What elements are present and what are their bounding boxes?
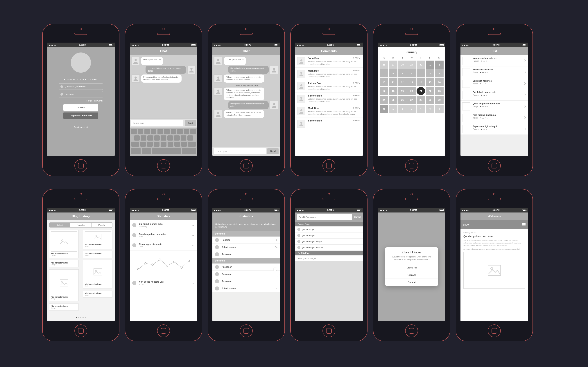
calendar-day[interactable]: 2: [435, 60, 444, 69]
comment-row[interactable]: John Doe5:20 PMEst enim tam dissimilit h…: [295, 55, 363, 67]
stats-row[interactable]: Piso magna dissensioVisits: [130, 240, 197, 250]
list-item[interactable]: Experiamur igitur inquiFashion ★★★★★: [460, 123, 528, 135]
blog-tile[interactable]: Nisi honeste vivaturDesign: [83, 291, 112, 298]
facebook-login-button[interactable]: Login With Facebook: [63, 112, 98, 119]
keyboard[interactable]: [130, 127, 197, 156]
comment-row[interactable]: Simone Doe5:35 PMEst enim tam dissimilit…: [295, 92, 363, 105]
send-button[interactable]: Send: [185, 120, 196, 126]
chat-input[interactable]: Lorem ipsu: [131, 120, 183, 126]
list[interactable]: Non posse honeste viviFashion ★★★★★Nisi …: [460, 55, 528, 156]
calendar-day[interactable]: 29: [407, 60, 416, 69]
calendar-day[interactable]: 17: [380, 87, 388, 95]
chat-body[interactable]: Lorem ipsum dolor sitMonday, 5:56 PMHoc …: [212, 55, 280, 147]
blog-tile[interactable]: Nisi honeste vivaturDesign: [83, 230, 112, 249]
settings-row[interactable]: Honeste: [212, 236, 280, 244]
calendar-day[interactable]: 19: [398, 87, 407, 95]
calendar-day[interactable]: 10: [380, 78, 388, 86]
calendar-day[interactable]: 8: [426, 69, 434, 77]
list-item[interactable]: Quod cognitum non habetDesign ★★★★★: [460, 100, 528, 112]
blog-tile[interactable]: Nisi honeste vivaturDesign: [49, 260, 79, 267]
search-suggestion[interactable]: graphic burger design: [295, 239, 363, 245]
comment-row[interactable]: Mark Doe5:30 PMEst enim tam dissimilit h…: [295, 105, 363, 117]
calendar-day[interactable]: 5: [398, 69, 407, 77]
calendar-day[interactable]: 4: [416, 105, 425, 113]
list-item[interactable]: Nisi honeste vivaturDesign ★★★★★: [460, 67, 528, 78]
settings-row[interactable]: Possenon: [212, 271, 280, 278]
cancel-button[interactable]: Cancel: [385, 279, 438, 286]
calendar-day[interactable]: 18: [389, 87, 397, 95]
send-button[interactable]: Send: [267, 148, 278, 154]
calendar-day[interactable]: 27: [407, 96, 416, 104]
calendar-day[interactable]: 16: [435, 78, 444, 86]
create-account-link[interactable]: Create Account: [74, 126, 88, 128]
search-suggestion[interactable]: graphicburger: [295, 226, 363, 233]
calendar-day[interactable]: 11: [389, 78, 397, 86]
calendar-day[interactable]: 25: [389, 96, 397, 104]
calendar-day[interactable]: 26: [398, 96, 407, 104]
pager[interactable]: [47, 317, 115, 318]
email-field[interactable]: youremail@mail.com: [59, 83, 103, 90]
settings-row[interactable]: Tubuli nomenOn: [212, 244, 280, 251]
login-button[interactable]: LOGIN: [63, 104, 98, 111]
list-item[interactable]: Non posse honeste viviFashion ★★★★★: [460, 55, 528, 67]
calendar-day[interactable]: 24: [380, 96, 388, 104]
calendar-day[interactable]: 28: [398, 60, 407, 69]
calendar-day[interactable]: 4: [389, 69, 397, 77]
close-all-button[interactable]: Close All: [385, 264, 438, 271]
calendar-day[interactable]: 31: [380, 105, 388, 113]
calendar-day[interactable]: 22: [426, 87, 434, 95]
blog-tile[interactable]: Nisi honeste vivaturDesign: [83, 251, 112, 258]
calendar-day[interactable]: 6: [407, 69, 416, 77]
tab-popular[interactable]: Popular: [91, 223, 112, 227]
keep-all-button[interactable]: Keep All: [385, 271, 438, 279]
calendar-day[interactable]: 3: [380, 69, 388, 77]
cancel-button[interactable]: Cancel: [354, 214, 361, 220]
stats-row[interactable]: Non posse honeste vivi Access: [130, 278, 197, 288]
calendar-day[interactable]: 30: [416, 60, 425, 69]
calendar-day[interactable]: 20: [407, 87, 416, 95]
calendar-day[interactable]: 1: [389, 105, 397, 113]
blog-tile[interactable]: Nisi honeste vivaturDesign: [49, 303, 79, 310]
forgot-password-link[interactable]: Forgot Password?: [59, 100, 103, 102]
comment-row[interactable]: Patrick Doe5:29 PMEst enim tam dissimili…: [295, 80, 363, 92]
tab-latest[interactable]: Latest: [49, 223, 70, 227]
settings-row[interactable]: Possenon: [212, 251, 280, 258]
calendar-day[interactable]: 30: [435, 96, 444, 104]
calendar-day[interactable]: 9: [435, 69, 444, 77]
settings-row[interactable]: Possenon: [212, 264, 280, 271]
comment-row[interactable]: Mark Doe5:24 PMEst enim tam dissimilit h…: [295, 67, 363, 80]
chat-input[interactable]: Lorem ipsu: [214, 148, 266, 154]
calendar-day[interactable]: 23: [435, 87, 444, 95]
stats-row[interactable]: Quod cognitum non habetTraffic: [130, 230, 197, 240]
calendar-grid[interactable]: 2627282930123456789101112131415161718192…: [380, 60, 444, 113]
calendar-day[interactable]: 14: [416, 78, 425, 86]
password-field[interactable]: password: [59, 91, 103, 97]
calendar-day[interactable]: 2: [398, 105, 407, 113]
calendar-day[interactable]: 5: [426, 105, 434, 113]
tab-favorites[interactable]: Favorites: [70, 223, 91, 227]
comments-list[interactable]: John Doe5:20 PMEst enim tam dissimilit h…: [295, 55, 363, 156]
calendar-day[interactable]: 21: [416, 87, 425, 95]
calendar-day[interactable]: 13: [407, 78, 416, 86]
calendar-day[interactable]: 28: [416, 96, 425, 104]
blog-tile[interactable]: Nisi honeste vivaturDesign: [49, 230, 79, 258]
search-suggestion[interactable]: graphic burger mockup: [295, 245, 363, 251]
list-item[interactable]: Sed quot hominesInterior ★★★★★: [460, 78, 528, 89]
find-on-page[interactable]: Find "graphic burger": [295, 255, 363, 261]
calendar-day[interactable]: 26: [380, 60, 388, 69]
calendar-day[interactable]: 7: [416, 69, 425, 77]
calendar-day[interactable]: 15: [426, 78, 434, 86]
comment-row[interactable]: Simone Doe5:35 PM: [295, 117, 363, 130]
list-item[interactable]: Cui Tubuli nomen odioFashion ★★★★★: [460, 89, 528, 100]
calendar-day[interactable]: 29: [426, 96, 434, 104]
calendar-day[interactable]: 6: [435, 105, 444, 113]
menu-icon[interactable]: [522, 223, 526, 226]
chat-body[interactable]: Lorem ipsum dolor sitMonday, 5:56 PMHoc …: [130, 55, 197, 118]
blog-tile[interactable]: Nisi honeste vivaturDesign: [49, 269, 79, 301]
calendar-day[interactable]: 3: [407, 105, 416, 113]
search-suggestion[interactable]: graphic burger: [295, 233, 363, 239]
stats-row[interactable]: Cui Tubuli nomen odioAccounting: [130, 220, 197, 230]
calendar-day[interactable]: 27: [389, 60, 397, 69]
calendar-day[interactable]: 1: [426, 60, 434, 69]
settings-row[interactable]: Possenon: [212, 278, 280, 285]
